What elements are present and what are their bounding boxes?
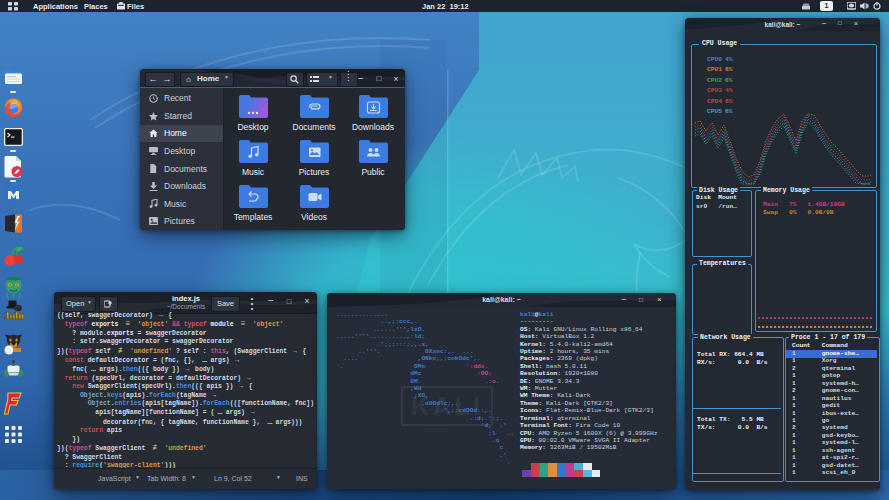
svg-text:John: John [4,309,24,321]
